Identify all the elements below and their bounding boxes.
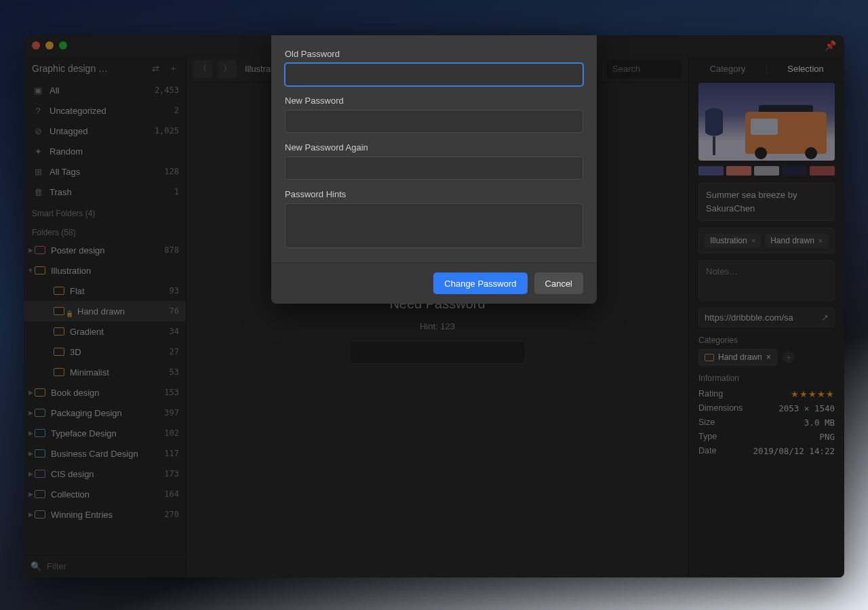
- information-label: Information: [698, 373, 835, 383]
- disclosure-triangle-icon[interactable]: ▶: [26, 491, 35, 497]
- disclosure-triangle-icon[interactable]: ▶: [26, 389, 35, 396]
- color-swatch[interactable]: [782, 166, 807, 176]
- disclosure-triangle-icon[interactable]: ▼: [26, 267, 35, 274]
- folder-item-gradient[interactable]: Gradient34: [24, 321, 186, 342]
- selection-title[interactable]: Summer sea breeze by SakuraChen: [698, 182, 835, 221]
- folder-count: 102: [164, 428, 179, 438]
- nav-back-button[interactable]: 〈: [193, 60, 212, 78]
- unlock-password-input[interactable]: [349, 341, 526, 364]
- folder-item-flat[interactable]: Flat93: [24, 281, 186, 301]
- folder-item-business-card-design[interactable]: ▶Business Card Design117: [24, 443, 186, 464]
- folder-item-poster-design[interactable]: ▶Poster design878: [24, 240, 186, 260]
- search-input[interactable]: [612, 64, 676, 74]
- folder-item-typeface-design[interactable]: ▶Typeface Design102: [24, 423, 186, 443]
- sidebar-item-label: Trash: [50, 187, 174, 197]
- selection-thumbnail[interactable]: [698, 83, 835, 161]
- category-chip[interactable]: Hand drawn ×: [698, 349, 777, 365]
- color-swatch[interactable]: [726, 166, 751, 176]
- color-swatch[interactable]: [698, 166, 724, 176]
- add-library-icon[interactable]: ＋: [167, 62, 179, 75]
- remove-category-icon[interactable]: ×: [766, 352, 771, 362]
- traffic-lights: [32, 41, 67, 49]
- info-row-dimensions: Dimensions2053 × 1540: [689, 401, 844, 415]
- minimize-window-button[interactable]: [45, 41, 54, 49]
- folder-item-minimalist[interactable]: Minimalist53: [24, 362, 186, 382]
- sidebar-item-label: Random: [50, 146, 179, 157]
- folder-label: Collection: [51, 489, 164, 500]
- folder-count: 27: [170, 347, 179, 357]
- selection-notes[interactable]: Notes…: [698, 260, 835, 301]
- folder-icon: [35, 490, 45, 498]
- sidebar-item-icon: ⊞: [32, 167, 44, 177]
- nav-forward-button[interactable]: 〉: [218, 60, 237, 78]
- search-box[interactable]: [607, 60, 682, 79]
- cancel-button[interactable]: Cancel: [534, 272, 583, 294]
- sidebar-item-trash[interactable]: 🗑Trash1: [24, 182, 186, 202]
- old-password-input[interactable]: [285, 63, 583, 86]
- folder-item-collection[interactable]: ▶Collection164: [24, 484, 186, 504]
- pin-icon[interactable]: 📌: [825, 40, 836, 51]
- folder-item-illustration[interactable]: ▼Illustration: [24, 260, 186, 281]
- folder-item-book-design[interactable]: ▶Book design153: [24, 382, 186, 403]
- disclosure-triangle-icon[interactable]: ▶: [26, 430, 35, 436]
- sidebar-item-random[interactable]: ✦Random: [24, 141, 186, 161]
- close-window-button[interactable]: [32, 41, 40, 49]
- folder-label: CIS design: [51, 469, 164, 479]
- folder-label: Poster design: [51, 245, 164, 256]
- remove-tag-icon[interactable]: ×: [818, 237, 823, 245]
- disclosure-triangle-icon[interactable]: ▶: [26, 470, 35, 477]
- sidebar-filter-input[interactable]: [47, 561, 179, 571]
- folder-item-packaging-design[interactable]: ▶Packaging Design397: [24, 403, 186, 423]
- password-hints-input[interactable]: [285, 203, 583, 248]
- folder-icon: [54, 327, 64, 336]
- swap-library-icon[interactable]: ⇄: [149, 64, 161, 74]
- disclosure-triangle-icon[interactable]: ▶: [26, 247, 35, 253]
- open-external-icon[interactable]: ↗: [821, 312, 829, 323]
- tab-category[interactable]: Category: [689, 64, 766, 74]
- remove-tag-icon[interactable]: ×: [751, 237, 755, 245]
- sidebar-item-count: 2,453: [155, 85, 179, 95]
- smart-folders-header[interactable]: Smart Folders (4): [24, 202, 186, 221]
- sidebar-filter[interactable]: 🔍: [24, 554, 186, 577]
- folders-header[interactable]: Folders (58): [24, 221, 186, 240]
- new-password-again-input[interactable]: [285, 157, 583, 180]
- lock-icon: 🔒: [66, 310, 73, 317]
- change-password-button[interactable]: Change Password: [433, 272, 527, 294]
- add-category-button[interactable]: ＋: [783, 351, 795, 363]
- disclosure-triangle-icon[interactable]: ▶: [26, 450, 35, 457]
- folder-label: Typeface Design: [51, 428, 164, 439]
- tag-label: Illustration: [710, 236, 747, 245]
- selection-tags[interactable]: Illustration×Hand drawn×: [698, 228, 835, 253]
- sidebar-item-all[interactable]: ▣All2,453: [24, 80, 186, 100]
- disclosure-triangle-icon[interactable]: ▶: [26, 409, 35, 416]
- folder-label: Business Card Design: [51, 449, 164, 459]
- folder-item-3d[interactable]: 3D27: [24, 342, 186, 362]
- new-password-input[interactable]: [285, 110, 583, 133]
- folder-item-hand-drawn[interactable]: 🔒Hand drawn76: [24, 301, 186, 321]
- sidebar-item-count: 2: [174, 106, 179, 115]
- disclosure-triangle-icon[interactable]: ▶: [26, 511, 35, 518]
- tag-chip[interactable]: Illustration×: [705, 234, 761, 247]
- library-name[interactable]: Graphic design …: [32, 63, 144, 74]
- color-swatch[interactable]: [810, 166, 835, 176]
- folder-count: 270: [164, 510, 179, 519]
- folder-icon: [54, 307, 64, 315]
- selection-url[interactable]: https://dribbble.com/sa ↗: [698, 308, 835, 327]
- folder-count: 173: [164, 469, 179, 479]
- info-value: 2019/08/12 14:22: [753, 446, 835, 456]
- color-swatch[interactable]: [754, 166, 779, 176]
- folder-count: 397: [164, 408, 179, 418]
- tab-selection[interactable]: Selection: [767, 64, 844, 74]
- folder-item-cis-design[interactable]: ▶CIS design173: [24, 464, 186, 484]
- tag-label: Hand drawn: [770, 236, 814, 245]
- tag-chip[interactable]: Hand drawn×: [765, 234, 828, 247]
- folder-item-winning-entries[interactable]: ▶Winning Entries270: [24, 504, 186, 525]
- folder-count: 153: [164, 388, 179, 397]
- info-row-rating: Rating★★★★★: [689, 387, 844, 401]
- folder-label: Book design: [51, 388, 164, 398]
- zoom-window-button[interactable]: [59, 41, 67, 49]
- sidebar-item-uncategorized[interactable]: ?Uncategorized2: [24, 100, 186, 121]
- sidebar-item-untagged[interactable]: ⊘Untagged1,025: [24, 121, 186, 141]
- sidebar-item-all-tags[interactable]: ⊞All Tags128: [24, 161, 186, 182]
- change-password-dialog: Old Password New Password New Password A…: [271, 35, 597, 304]
